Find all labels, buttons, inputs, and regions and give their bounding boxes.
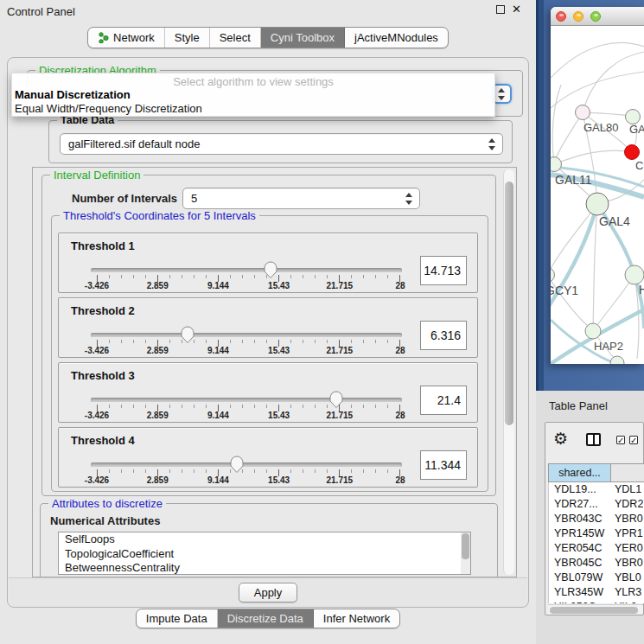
svg-text:GCY1: GCY1 bbox=[551, 284, 578, 297]
menu-item-manual-discretization[interactable]: Manual Discretization bbox=[15, 88, 131, 101]
checkbox-icon[interactable]: ✓ bbox=[616, 436, 625, 444]
threshold-2-value-field[interactable]: 6.316 bbox=[420, 321, 467, 350]
slider-tick-labels: -3.426 2.859 9.144 15.43 21.715 28 bbox=[97, 475, 400, 486]
threshold-2-slider[interactable] bbox=[91, 333, 402, 337]
table-row[interactable]: YLR345WYLR3 bbox=[549, 585, 644, 600]
thresholds-group-label: Threshold's Coordinates for 5 Intervals bbox=[60, 209, 259, 222]
table-data-value: galFiltered.sif default node bbox=[68, 137, 200, 150]
svg-text:GAL4: GAL4 bbox=[599, 214, 630, 228]
threshold-4-label: Threshold 4 bbox=[71, 434, 135, 447]
threshold-3-slider[interactable] bbox=[91, 398, 402, 402]
tab-infer-network[interactable]: Infer Network bbox=[314, 609, 399, 628]
cyni-toolbox-panel: Discretization Algorithm Table Data galF… bbox=[7, 57, 529, 608]
algorithm-dropdown-popup: Select algorithm to view settings Manual… bbox=[11, 73, 495, 117]
network-window-titlebar[interactable] bbox=[551, 7, 644, 26]
numerical-attributes-list[interactable]: SelfLoops TopologicalCoefficient Between… bbox=[58, 532, 471, 575]
table-row[interactable]: YDR27...YDR2 bbox=[549, 497, 644, 512]
network-icon bbox=[98, 32, 109, 43]
list-scrollbar[interactable] bbox=[461, 532, 470, 574]
number-of-intervals-value: 5 bbox=[191, 192, 197, 205]
table-data-group: Table Data galFiltered.sif default node bbox=[48, 120, 513, 163]
bottom-tab-bar: Impute Data Discretize Data Infer Networ… bbox=[0, 609, 536, 628]
top-tab-bar: Network Style Select Cyni Toolbox jActiv… bbox=[0, 27, 536, 48]
table-row[interactable]: YDL19...YDL1 bbox=[549, 482, 644, 497]
table-data-combobox[interactable]: galFiltered.sif default node bbox=[60, 133, 503, 155]
tab-style[interactable]: Style bbox=[165, 28, 210, 48]
stepper-arrows-icon bbox=[498, 88, 506, 100]
tab-jactivemnodules[interactable]: jActiveMNodules bbox=[345, 28, 448, 48]
svg-text:GAL11: GAL11 bbox=[555, 173, 592, 187]
selected-node bbox=[625, 145, 640, 160]
svg-text:C: C bbox=[635, 159, 643, 172]
table-row[interactable]: YBL079WYBL0 bbox=[549, 571, 644, 585]
table-horizontal-scrollbar[interactable] bbox=[548, 604, 643, 614]
list-item[interactable]: SelfLoops bbox=[59, 532, 470, 547]
threshold-3-box: Threshold 3 -3.426 2.859 9.144 15.43 bbox=[58, 362, 478, 423]
interval-definition-group: Interval Definition Number of Intervals … bbox=[41, 175, 496, 496]
svg-text:GA: GA bbox=[629, 123, 644, 136]
screen: Control Panel ✕ Network Style Select Cyn… bbox=[0, 0, 644, 644]
minimize-traffic-light-icon[interactable] bbox=[573, 11, 583, 22]
threshold-3-value-field[interactable]: 21.4 bbox=[420, 386, 467, 415]
tab-impute-data[interactable]: Impute Data bbox=[137, 609, 218, 628]
attributes-group-label: Attributes to discretize bbox=[48, 497, 166, 510]
threshold-1-box: Threshold 1 -3.426 2.859 9.144 15.43 bbox=[58, 233, 478, 293]
column-layout-icon[interactable] bbox=[586, 433, 601, 446]
threshold-4-box: Threshold 4 -3.426 2.859 9.144 15.43 bbox=[58, 427, 478, 488]
table-frame: ⚙ ✓ ✓ shared... na YDL19...YDL1 YDR27...… bbox=[545, 422, 644, 615]
network-window: GAL80 GA C GAL11 GAL4 GCY1 H HAP2 bbox=[551, 7, 644, 364]
slider-tick-labels: -3.426 2.859 9.144 15.43 21.715 28 bbox=[97, 281, 400, 291]
interval-definition-label: Interval Definition bbox=[50, 169, 143, 182]
float-panel-icon[interactable] bbox=[496, 5, 505, 14]
table-body[interactable]: YDL19...YDL1 YDR27...YDR2 YBR043CYBR0 YP… bbox=[548, 482, 644, 603]
table-row[interactable]: YER054CYER0 bbox=[549, 541, 644, 556]
table-row[interactable]: YIL052CYIL0 bbox=[549, 600, 644, 603]
svg-text:HAP2: HAP2 bbox=[594, 340, 623, 353]
tab-label: Network bbox=[113, 31, 155, 44]
threshold-1-slider[interactable] bbox=[91, 268, 402, 272]
network-canvas[interactable]: GAL80 GA C GAL11 GAL4 GCY1 H HAP2 bbox=[551, 26, 644, 364]
scrollbar-thumb[interactable] bbox=[505, 182, 513, 425]
threshold-4-slider[interactable] bbox=[91, 462, 402, 467]
panel-title: Control Panel bbox=[7, 5, 75, 18]
column-header-name[interactable]: na bbox=[611, 463, 644, 482]
column-header-shared[interactable]: shared... bbox=[548, 463, 611, 482]
checkbox-icon[interactable]: ✓ bbox=[629, 436, 638, 444]
zoom-traffic-light-icon[interactable] bbox=[590, 11, 601, 22]
table-panel-region: Table Panel ⚙ ✓ ✓ shared... na YDL19...Y… bbox=[536, 391, 644, 644]
threshold-3-label: Threshold 3 bbox=[71, 369, 135, 382]
table-row[interactable]: YPR145WYPR1 bbox=[549, 526, 644, 541]
threshold-2-box: Threshold 2 -3.426 2.859 9.144 15.43 bbox=[58, 297, 478, 358]
menu-item-equal-width-frequency[interactable]: Equal Width/Frequency Discretization bbox=[15, 102, 202, 115]
slider-tick-labels: -3.426 2.859 9.144 15.43 21.715 28 bbox=[97, 411, 400, 421]
thresholds-group: Threshold's Coordinates for 5 Intervals … bbox=[51, 215, 488, 492]
gear-icon[interactable]: ⚙ bbox=[553, 429, 568, 449]
scrollbar-thumb[interactable] bbox=[550, 607, 638, 614]
tab-network[interactable]: Network bbox=[88, 28, 165, 48]
number-of-intervals-label: Number of Intervals bbox=[72, 192, 177, 205]
list-item[interactable]: TopologicalCoefficient bbox=[59, 547, 470, 562]
network-nodes[interactable] bbox=[551, 105, 644, 365]
settings-scrollbar[interactable] bbox=[503, 169, 514, 575]
slider-tick-labels: -3.426 2.859 9.144 15.43 21.715 28 bbox=[97, 346, 400, 356]
list-item[interactable]: BetweennessCentrality bbox=[59, 561, 470, 575]
tab-discretize-data[interactable]: Discretize Data bbox=[218, 609, 314, 628]
threshold-4-value-field[interactable]: 11.344 bbox=[420, 450, 467, 480]
threshold-1-label: Threshold 1 bbox=[71, 239, 135, 252]
tab-select[interactable]: Select bbox=[210, 28, 261, 48]
apply-strip: Apply bbox=[9, 577, 527, 607]
apply-button[interactable]: Apply bbox=[239, 583, 297, 603]
tab-cyni-toolbox[interactable]: Cyni Toolbox bbox=[261, 28, 345, 48]
threshold-1-value-field[interactable]: 14.713 bbox=[420, 256, 467, 285]
svg-text:H: H bbox=[639, 283, 644, 296]
close-traffic-light-icon[interactable] bbox=[556, 11, 566, 22]
close-icon[interactable]: ✕ bbox=[512, 5, 521, 14]
number-of-intervals-combobox[interactable]: 5 bbox=[182, 188, 420, 209]
scrollbar-thumb[interactable] bbox=[462, 533, 469, 559]
algorithm-prompt: Select algorithm to view settings bbox=[12, 75, 494, 88]
table-row[interactable]: YBR045CYBR0 bbox=[549, 556, 644, 571]
table-row[interactable]: YBR043CYBR0 bbox=[549, 512, 644, 526]
stepper-arrows-icon bbox=[488, 138, 496, 150]
settings-scroll-area: Interval Definition Number of Intervals … bbox=[32, 167, 517, 577]
attributes-group: Attributes to discretize Numerical Attri… bbox=[40, 503, 498, 577]
